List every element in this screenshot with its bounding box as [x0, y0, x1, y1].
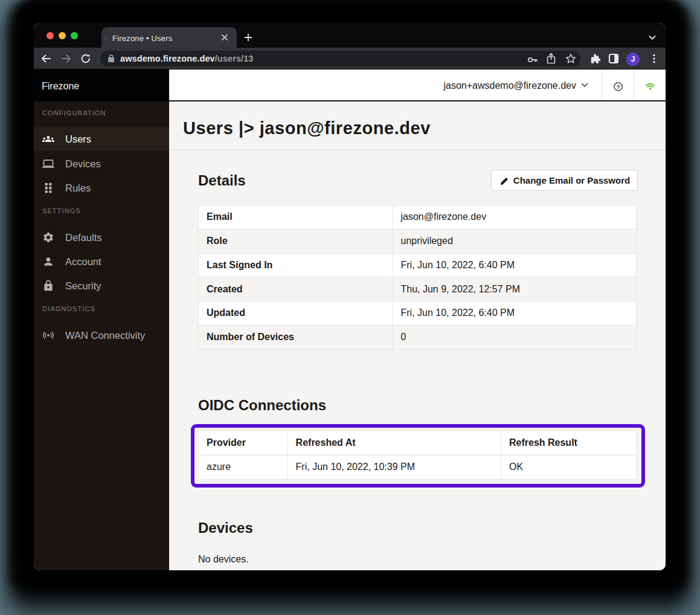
svg-text:?: ? — [617, 84, 620, 90]
